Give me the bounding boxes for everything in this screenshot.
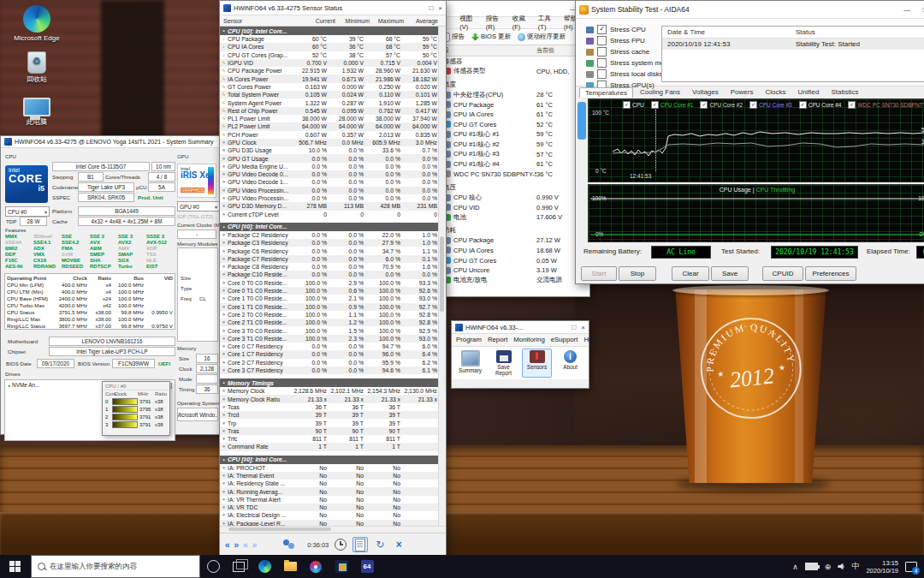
stop-button[interactable]: Stop (619, 266, 656, 281)
sensor-row[interactable]: ●Tras90 T90 T90 T (220, 427, 439, 435)
sensor-row[interactable]: ●Core 0 C7 Residency0.0 %0.0 %94.7 %6.0 … (220, 343, 439, 350)
checkbox[interactable] (597, 69, 607, 79)
menu-item[interactable]: eSupport (551, 336, 578, 343)
nav-right-dim-icon[interactable]: » (252, 540, 257, 550)
sensor-row[interactable]: ●IA: Thermal EventNoNoNo (220, 472, 439, 480)
sensor-row[interactable]: ●GPU Video Decode 0...0.0 %0.0 %0.0 %0.0… (220, 170, 439, 178)
sensor-row[interactable]: ●Core 2 T1 C0 Reside...100.0 %1.2 %100.0… (220, 319, 439, 326)
maximize-icon[interactable]: □ (572, 324, 576, 331)
toolbar-sensors-button[interactable]: Sensors (522, 349, 552, 378)
tab-statistics[interactable]: Statistics (826, 87, 863, 98)
operating-point-row[interactable]: Ring/LLC Status3697.7 MHzx37.0099.8 MHz0… (5, 322, 175, 329)
sensor-tree-row[interactable]: CPU 核心0.990 V (429, 193, 589, 203)
pinwheel-app-button[interactable] (303, 555, 329, 578)
nav-left-dim-icon[interactable]: « (243, 540, 247, 550)
sensor-row[interactable]: ●GPU D3D Memory D...278 MB113 MB428 MB23… (220, 202, 439, 210)
sensor-group-row[interactable]: ▪CPU [#0]: Intel Core... (220, 27, 439, 35)
sensor-row[interactable]: ϟPCH Power0.607 W0.357 W2.013 W0.835 W (220, 131, 439, 139)
sensor-tree-row[interactable]: 传感器类型CPU, HDD, (429, 67, 589, 77)
close-icon[interactable]: × (581, 324, 585, 331)
sensor-row[interactable]: ϟSystem Agent Power1.322 W0.287 W1.910 W… (220, 98, 439, 106)
legend-item[interactable]: ✓CPU (623, 101, 644, 109)
sensor-row[interactable]: ϟIA Cores Power19.941 W0.671 W21.986 W18… (220, 74, 439, 82)
maximize-icon[interactable]: □ (429, 4, 433, 12)
volume-muted-button[interactable]: × (838, 563, 844, 570)
close-icon[interactable]: × (438, 4, 442, 12)
sensor-row[interactable]: ●Core 1 C7 Residency0.0 %0.0 %96.0 %6.4 … (220, 350, 439, 358)
menu-item[interactable]: 视图(V) (459, 15, 480, 31)
aida64-taskbar-button[interactable]: 64 (354, 555, 380, 578)
sensor-tree-row[interactable]: CPU Package27.12 W (429, 235, 589, 246)
sensor-table-body[interactable]: ▪CPU [#0]: Intel Core...↓CPU Package60 °… (220, 27, 446, 526)
sensor-tree-row[interactable]: CPU #1/核心 #159 °C (429, 129, 589, 140)
sensor-row[interactable]: ●Core 2 C7 Residency0.0 %0.0 %95.9 %6.2 … (220, 359, 439, 366)
sensor-row[interactable]: ●GPU Clock506.7 MHz0.0 MHz605.9 MHz3.0 M… (220, 139, 439, 146)
sensor-group-row[interactable]: ▪CPU [#0]: Intel Core... (220, 456, 439, 464)
sensor-tree-row[interactable]: 传感器 (429, 57, 589, 67)
sensor-row[interactable]: ●Package C2 Residency0.0 %0.0 %22.0 %1.0… (220, 231, 439, 239)
desktop-icon-recycle-bin[interactable]: ♻回收站 (5, 51, 68, 83)
minimize-icon[interactable]: — (903, 6, 910, 14)
clock-icon[interactable] (334, 538, 347, 551)
sensor-row[interactable]: ●Core 0 T0 C0 Reside...100.0 %2.9 %100.0… (220, 279, 439, 287)
desktop-icon-this-pc[interactable]: 此电脑 (5, 98, 68, 126)
graph-scrollbar-thumb[interactable] (578, 102, 586, 140)
sensor-row[interactable]: ●Current cTDP Level0000 (220, 211, 439, 218)
checkbox[interactable] (597, 36, 607, 45)
sensor-tree-row[interactable]: 温度 (429, 80, 589, 90)
operating-point-row[interactable]: Ring/LLC Max3800.0 MHzx38.00100.0 MHz (5, 315, 175, 322)
sensor-row[interactable]: ●Memory Clock2,128.6 MHz2,102.1 MHz2,154… (220, 387, 439, 395)
sensor-tree-row[interactable]: WDC PC SN730 SDBPNTY-51...36 °C (429, 170, 589, 180)
sensor-row[interactable]: ●Trfc811 T811 T811 T (220, 435, 439, 443)
sensor-row[interactable]: ϟCPU Package Power22.915 W1.932 W28.960 … (220, 67, 439, 74)
legend-item[interactable]: ✓CPU Core #3 (749, 101, 792, 109)
sensor-row[interactable]: ●Tcas36 T36 T36 T (220, 403, 439, 411)
sensor-row[interactable]: ϟIGPU VID0.700 V0.000 V0.715 V0.004 V (220, 59, 439, 67)
sensor-tree-row[interactable]: CPU GT Cores52 °C (429, 120, 589, 130)
tab-unified[interactable]: Unified (792, 87, 824, 98)
sensor-row[interactable]: ●Package C3 Residency0.0 %0.0 %27.9 %1.0… (220, 239, 439, 247)
operating-point-row[interactable]: CPU Min (LFM)400.0 MHzx4100.0 MHz (5, 281, 175, 288)
edge-taskbar-button[interactable] (252, 555, 277, 578)
sensor-group-row[interactable]: ▪CPU [#0]: Intel Core... (220, 223, 439, 231)
memory-modules-list[interactable] (177, 247, 218, 342)
sensor-col-minimum[interactable]: Minimum (335, 18, 370, 24)
menu-item[interactable]: 工具(T) (538, 15, 558, 31)
sensor-col-maximum[interactable]: Maximum (370, 18, 404, 24)
logging-report-icon[interactable] (352, 537, 368, 552)
sst-titlebar[interactable]: System Stability Test - AIDA64 — □ (576, 1, 924, 19)
sensor-row[interactable]: ●Command Rate1 T1 T1 T (220, 443, 439, 450)
sensor-row[interactable]: ↓CPU GT Cores (Grap...52 °C38 °C57 °C50 … (220, 51, 439, 59)
sensor-row[interactable]: ϟTotal System Power0.105 W0.024 W0.110 W… (220, 91, 439, 98)
battery-icon[interactable] (805, 563, 818, 570)
sensor-row[interactable]: ●Trcd39 T39 T39 T (220, 411, 439, 419)
sensor-row[interactable]: ϟPL1 Power Limit38.000 W28.000 W38.000 W… (220, 115, 439, 122)
sensor-row[interactable]: ●GPU D3D Usage10.0 %0.0 %33.6 %0.7 % (220, 146, 439, 154)
sensor-tree-row[interactable]: CPU VID0.990 V (429, 202, 589, 212)
operating-point-row[interactable]: CPU Base (HFM)2400.0 MHzx24100.0 MHz (5, 295, 175, 301)
legend-checkbox-checked[interactable]: ✓ (749, 101, 757, 109)
sensor-tree-row[interactable]: CPU IA Cores61 °C (429, 110, 589, 120)
sensor-tree-row[interactable]: 中央处理器(CPU)28 °C (429, 90, 589, 100)
log-col-datetime[interactable]: Date & Time (662, 28, 796, 36)
legend-checkbox-checked[interactable]: ✓ (651, 101, 659, 109)
sensor-row[interactable]: ●IA: Residency State ...NoNoNo (220, 480, 439, 487)
tab-voltages[interactable]: Voltages (687, 87, 724, 98)
sensor-col-average[interactable]: Average (404, 18, 438, 24)
sensor-row[interactable]: ●Trp39 T39 T39 T (220, 419, 439, 426)
sensor-row[interactable]: ●Core 3 T0 C0 Reside...100.0 %1.5 %100.0… (220, 326, 439, 334)
horizontal-scrollbar[interactable] (220, 526, 446, 533)
sst-log-table[interactable]: Date & Time Status 2020/10/19 12:41:53 S… (661, 26, 924, 82)
sensor-group-row[interactable]: ▪Memory Timings (220, 378, 439, 387)
sensor-tree-row[interactable]: CPU #1/核心 #461 °C (429, 159, 589, 170)
sensor-tree-row[interactable]: CPU Uncore3.19 W (429, 265, 589, 276)
sensor-row[interactable]: ●Package C6 Residency0.0 %0.0 %34.7 %1.1… (220, 247, 439, 254)
sensor-row[interactable]: ↓CPU Package60 °C39 °C68 °C59 °C (220, 35, 439, 43)
sensor-row[interactable]: ●GPU Video Processin...0.0 %0.0 %0.0 %0.… (220, 187, 439, 194)
menu-item[interactable]: 收藏(F) (512, 15, 532, 31)
sensor-row[interactable]: ●IA: Package-Level R...NoNoNo (220, 520, 439, 526)
sensor-row[interactable]: ●Package C8 Residency0.0 %0.0 %70.9 %1.6… (220, 263, 439, 271)
sensor-tree-row[interactable]: 电池充/放电交流电源 (429, 275, 589, 285)
sensor-row[interactable]: ↓CPU IA Cores60 °C36 °C68 °C59 °C (220, 43, 439, 51)
cortana-button[interactable] (200, 555, 226, 578)
